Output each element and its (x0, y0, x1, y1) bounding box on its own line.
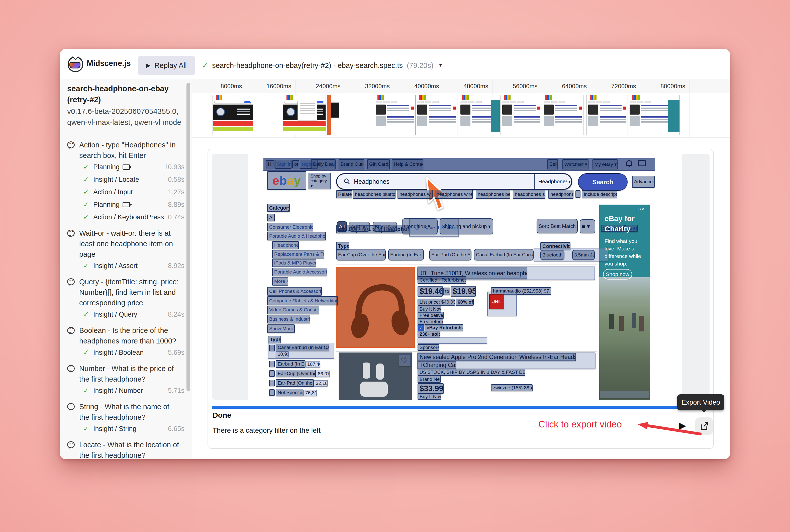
category-ipods[interactable]: iPods & MP3 Players (272, 259, 316, 267)
nav-watchlist[interactable]: Watchlist ▾ (562, 159, 589, 169)
item2-title-line1[interactable]: New sealed Apple Pro 2nd Generation Wire… (418, 353, 576, 361)
connectivity-chip-jack[interactable]: 3.5mm Ja (572, 250, 595, 260)
step-row[interactable]: ✓Planning8.89s (67, 198, 186, 211)
category-portable-audio-accessories[interactable]: Portable Audio Accessories (272, 268, 327, 276)
timeline-thumbnail-6[interactable] (501, 95, 542, 135)
timeline-thumbnail-8[interactable] (586, 95, 628, 135)
nav-daily-deals[interactable]: Daily Deals (311, 159, 335, 169)
type-chip-earbud[interactable]: Earbud (In Ear (388, 249, 424, 261)
replay-all-button[interactable]: ▶ Replay All (138, 56, 195, 75)
advanced-link[interactable]: Advanced (632, 176, 655, 188)
related-chip-wireless[interactable]: headphones wireless (435, 190, 473, 199)
step-row[interactable]: ✓Action / Input1.27s (67, 186, 186, 198)
timeline-thumbnail-0[interactable] (213, 95, 253, 135)
step-row[interactable]: ✓Planning10.93s (67, 161, 186, 173)
related-chip-more[interactable]: headphone... (548, 190, 574, 199)
bell-icon[interactable] (626, 160, 632, 166)
connectivity-chip-bluetooth[interactable]: Bluetooth (540, 250, 564, 260)
filter-all[interactable]: All (337, 221, 347, 232)
group-text[interactable]: String - What is the name of the first h… (79, 401, 181, 422)
related-chip-sony[interactable]: headphones sony (513, 190, 545, 199)
nav-my-ebay[interactable]: My eBay ▾ (593, 159, 618, 169)
step-row[interactable]: ✓Insight / Boolean5.69s (67, 346, 186, 359)
category-replacement-parts[interactable]: Replacement Parts & Tools (272, 250, 324, 259)
cart-icon[interactable] (638, 160, 646, 166)
shop-by-category[interactable]: Shop by category ▾ (309, 173, 331, 189)
category-cell-phones[interactable]: Cell Phones & Accessories (267, 287, 322, 296)
filter-buy-it-now[interactable]: Buy It Now (373, 222, 397, 232)
type-chip-ear-cup[interactable]: Ear-Cup (Over the Ear (336, 249, 386, 261)
category-more[interactable]: More + (272, 277, 288, 286)
nav-sell[interactable]: Sell (547, 159, 558, 169)
nav-sign-in[interactable]: Sign in (275, 160, 291, 169)
filter-shipping-pickup[interactable]: Shipping and pickup ▾ (440, 218, 493, 234)
run-title-row[interactable]: ✓ search-headphone-on-ebay(retry-#2) - e… (202, 56, 443, 75)
category-all[interactable]: All (267, 214, 275, 221)
step-row[interactable]: ✓Insight / Locate0.58s (67, 173, 186, 186)
view-switcher[interactable]: ≡ ▾ (580, 220, 595, 233)
video-camera-icon[interactable] (122, 202, 130, 207)
type-row4-checkbox[interactable] (269, 380, 275, 386)
category-video-games[interactable]: Video Games & Consoles (267, 306, 319, 314)
type-row5-label[interactable]: Not Specified (276, 389, 303, 396)
type-row3-label[interactable]: Ear-Cup (Over the Ear (276, 370, 316, 377)
related-chip-wired[interactable]: headphones wired (398, 190, 432, 199)
step-groups: Action - type "Headphones" in search box… (60, 134, 192, 459)
category-computers[interactable]: Computers/Tablets & Networking (267, 296, 338, 305)
ebay-logo[interactable]: ebay (267, 171, 306, 190)
search-scope[interactable]: Headphones (537, 178, 567, 185)
step-label: Planning (93, 201, 119, 209)
nav-gift-cards[interactable]: Gift Cards (367, 159, 390, 169)
type-row4-label[interactable]: Ear-Pad (On the Ear (276, 379, 314, 387)
category-headphones[interactable]: Headphones (272, 241, 299, 249)
timeline-thumbnail-1[interactable] (283, 95, 326, 135)
type-row2-checkbox[interactable] (269, 361, 275, 367)
group-text[interactable]: WaitFor - waitFor: there is at least one… (79, 228, 181, 260)
search-button[interactable]: Search (578, 173, 628, 191)
category-portable-audio[interactable]: Portable Audio & Headphones (267, 232, 326, 241)
group-text[interactable]: Number - What is the price of the first … (79, 363, 181, 384)
group-text[interactable]: Boolean - Is the price of the headphones… (79, 325, 181, 346)
category-show-more[interactable]: Show More + (267, 324, 295, 333)
group-text[interactable]: Query - {itemTitle: string, price: Numbe… (79, 277, 181, 308)
type-row1-checkbox[interactable] (269, 345, 275, 351)
step-row[interactable]: ✓Insight / Number5.71s (67, 384, 186, 397)
step-row[interactable]: ✓Insight / Query8.24s (67, 308, 186, 321)
timeline-thumbnail-3[interactable] (374, 95, 416, 135)
search-query[interactable]: Headphones (352, 177, 398, 186)
type-row1-label[interactable]: Canal Earbud (In Ear Canal) (276, 344, 329, 351)
item2-heart[interactable]: ♡ (399, 354, 411, 366)
step-row[interactable]: ✓Insight / Assert8.92s (67, 260, 186, 272)
step-label: Insight / String (93, 425, 137, 433)
video-camera-icon[interactable] (122, 165, 130, 170)
step-row[interactable]: ✓Action / KeyboardPress0.74s (67, 211, 186, 223)
timeline-thumbnail-9[interactable] (628, 95, 680, 135)
sidebar-scrollbar[interactable] (187, 83, 190, 391)
nav-brand-outlet[interactable]: Brand Outlet (339, 159, 364, 169)
type-row5-checkbox[interactable] (269, 390, 275, 396)
timeline-thumbnail-7[interactable] (542, 95, 583, 135)
related-chip-bluetooth[interactable]: headphones bluetooth (353, 190, 396, 199)
ad-shop-now-button[interactable]: Shop now (603, 269, 632, 280)
category-business[interactable]: Business & Industrial (267, 315, 310, 323)
item1-image-highlighted[interactable] (336, 267, 415, 348)
type-row2-label[interactable]: Earbud (In Ear (276, 360, 305, 368)
type-row3-checkbox[interactable] (269, 370, 275, 377)
step-row[interactable]: ✓Insight / String6.65s (67, 422, 186, 435)
filter-condition[interactable]: Condition ▾ (402, 218, 438, 234)
sort-best-match[interactable]: Sort: Best Match ▾ (537, 219, 578, 233)
group-text[interactable]: Action - type "Headphones" in search box… (79, 140, 181, 161)
nav-help-contact[interactable]: Help & Contact (392, 159, 423, 169)
related-chip-beats[interactable]: headphones beats (476, 190, 510, 199)
timeline-thumbnail-2[interactable] (327, 95, 341, 135)
type-chip-canal-earbud[interactable]: Canal Earbud (In Ear Canal (474, 249, 534, 261)
filter-auction[interactable]: Auction (349, 222, 370, 232)
item1-refurb-checkbox[interactable]: ✓ (418, 324, 424, 331)
group-text[interactable]: Locate - What is the location of the fir… (79, 439, 181, 459)
item2-seller[interactable]: zwinzoe (155) 88.4% (491, 384, 533, 391)
type-chip-ear-pad[interactable]: Ear-Pad (On the Ear (429, 249, 471, 261)
include-description-checkbox[interactable] (576, 190, 580, 198)
timeline-thumbnail-5[interactable] (459, 95, 500, 135)
category-consumer-electronics[interactable]: Consumer Electronics (267, 223, 313, 231)
timeline-thumbnail-4[interactable] (416, 95, 457, 135)
